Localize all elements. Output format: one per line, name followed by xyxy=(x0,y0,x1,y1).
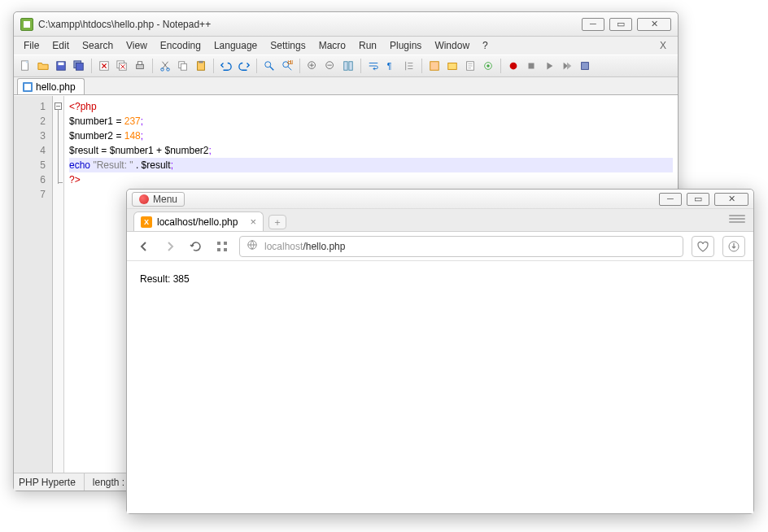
downloads-button[interactable] xyxy=(722,236,745,257)
record-macro-icon[interactable] xyxy=(505,58,521,74)
svg-rect-1 xyxy=(26,61,28,63)
svg-rect-35 xyxy=(217,248,220,251)
browser-tabs: X localhost/hello.php × ＋ xyxy=(127,209,753,232)
back-button[interactable] xyxy=(135,238,153,255)
wordwrap-icon[interactable] xyxy=(365,58,382,74)
maximize-button[interactable]: ▭ xyxy=(609,18,632,31)
svg-rect-26 xyxy=(448,63,457,70)
globe-icon xyxy=(247,239,258,253)
menu-view[interactable]: View xyxy=(120,38,154,53)
menu-encoding[interactable]: Encoding xyxy=(154,38,207,53)
svg-text:ab: ab xyxy=(287,60,293,66)
zoom-in-icon[interactable] xyxy=(304,58,321,74)
speed-dial-button[interactable] xyxy=(213,238,231,255)
titlebar[interactable]: C:\xampp\htdocs\hello.php - Notepad++ ─ … xyxy=(14,12,678,37)
menu-plugins[interactable]: Plugins xyxy=(383,38,428,53)
browser-tab-active[interactable]: X localhost/hello.php × xyxy=(133,211,264,231)
menu-file[interactable]: File xyxy=(17,38,46,53)
url-host: localhost xyxy=(264,241,303,252)
save-all-icon[interactable] xyxy=(71,58,87,74)
menu-run[interactable]: Run xyxy=(352,38,383,53)
show-all-chars-icon[interactable]: ¶ xyxy=(383,58,399,74)
svg-rect-16 xyxy=(199,61,203,63)
toolbar-separator xyxy=(91,59,92,73)
undo-icon[interactable] xyxy=(218,58,234,74)
address-bar[interactable]: localhost/hello.php xyxy=(239,236,683,257)
paste-icon[interactable] xyxy=(193,58,209,74)
reload-button[interactable] xyxy=(187,238,205,255)
line-number: 6 xyxy=(17,172,46,187)
redo-icon[interactable] xyxy=(236,58,252,74)
replace-icon[interactable]: ab xyxy=(279,58,295,74)
tab-menu-icon[interactable] xyxy=(729,212,745,225)
line-number: 5 xyxy=(17,158,46,172)
fold-end xyxy=(58,182,63,183)
minimize-button[interactable]: ─ xyxy=(659,193,682,206)
maximize-button[interactable]: ▭ xyxy=(687,193,709,206)
save-icon[interactable] xyxy=(53,58,69,74)
monitor-icon[interactable] xyxy=(480,58,496,74)
save-macro-icon[interactable] xyxy=(577,58,593,74)
forward-button[interactable] xyxy=(161,238,179,255)
menu-window[interactable]: Window xyxy=(428,38,476,53)
code-line: $result = $number1 + $number2; xyxy=(69,143,673,158)
new-tab-button[interactable]: ＋ xyxy=(268,215,286,229)
doc-map-icon[interactable] xyxy=(462,58,478,74)
toolbar-separator xyxy=(256,59,257,73)
close-button[interactable]: ✕ xyxy=(637,18,671,31)
print-icon[interactable] xyxy=(132,58,148,74)
menu-close-x[interactable]: X xyxy=(652,38,674,53)
code-line: <?php xyxy=(69,99,673,114)
svg-point-17 xyxy=(265,62,271,68)
svg-rect-31 xyxy=(529,63,535,69)
menu-settings[interactable]: Settings xyxy=(264,38,312,53)
new-file-icon[interactable] xyxy=(17,58,33,74)
code-line-current: echo "Result: " . $result; xyxy=(69,158,673,172)
toolbar-separator xyxy=(152,59,153,73)
menu-language[interactable]: Language xyxy=(207,38,264,53)
page-output-text: Result: 385 xyxy=(140,273,190,285)
php-open-tag: <?php xyxy=(69,101,97,112)
line-number: 1 xyxy=(17,99,46,114)
menu-help[interactable]: ? xyxy=(476,38,495,53)
zoom-out-icon[interactable] xyxy=(322,58,338,74)
close-all-icon[interactable] xyxy=(114,58,130,74)
svg-rect-10 xyxy=(137,62,142,65)
menubar: File Edit Search View Encoding Language … xyxy=(14,37,678,55)
play-multi-icon[interactable] xyxy=(559,58,575,74)
browser-tab-title: localhost/hello.php xyxy=(157,216,238,228)
notepadpp-icon xyxy=(20,18,33,31)
find-icon[interactable] xyxy=(261,58,277,74)
url-text: localhost/hello.php xyxy=(264,240,345,252)
indent-guide-icon[interactable] xyxy=(401,58,417,74)
fold-line xyxy=(58,109,59,184)
copy-icon[interactable] xyxy=(175,58,191,74)
open-file-icon[interactable] xyxy=(35,58,51,74)
menu-edit[interactable]: Edit xyxy=(46,38,76,53)
bookmark-heart-button[interactable] xyxy=(692,236,714,257)
toolbar-separator xyxy=(421,59,422,73)
close-file-icon[interactable] xyxy=(96,58,112,74)
menu-macro[interactable]: Macro xyxy=(312,38,352,53)
stop-macro-icon[interactable] xyxy=(523,58,539,74)
minimize-button[interactable]: ─ xyxy=(582,18,604,31)
code-line: $number1 = 237; xyxy=(69,114,673,129)
play-macro-icon[interactable] xyxy=(541,58,557,74)
svg-rect-22 xyxy=(344,62,347,71)
tab-close-icon[interactable]: × xyxy=(250,216,256,228)
close-button[interactable]: ✕ xyxy=(714,193,748,206)
opera-logo-icon xyxy=(139,194,149,204)
folder-panel-icon[interactable] xyxy=(444,58,460,74)
line-number: 4 xyxy=(17,143,46,158)
menu-search[interactable]: Search xyxy=(76,38,120,53)
cut-icon[interactable] xyxy=(157,58,173,74)
svg-rect-5 xyxy=(76,63,84,71)
function-list-icon[interactable] xyxy=(426,58,443,74)
svg-point-29 xyxy=(487,64,490,68)
sync-v-icon[interactable] xyxy=(340,58,356,74)
browser-titlebar[interactable]: Menu ─ ▭ ✕ xyxy=(127,190,753,209)
svg-point-30 xyxy=(510,63,517,70)
file-tab-hello[interactable]: hello.php xyxy=(17,78,85,94)
status-language: PHP Hyperte xyxy=(19,473,85,491)
opera-menu-button[interactable]: Menu xyxy=(132,192,185,207)
